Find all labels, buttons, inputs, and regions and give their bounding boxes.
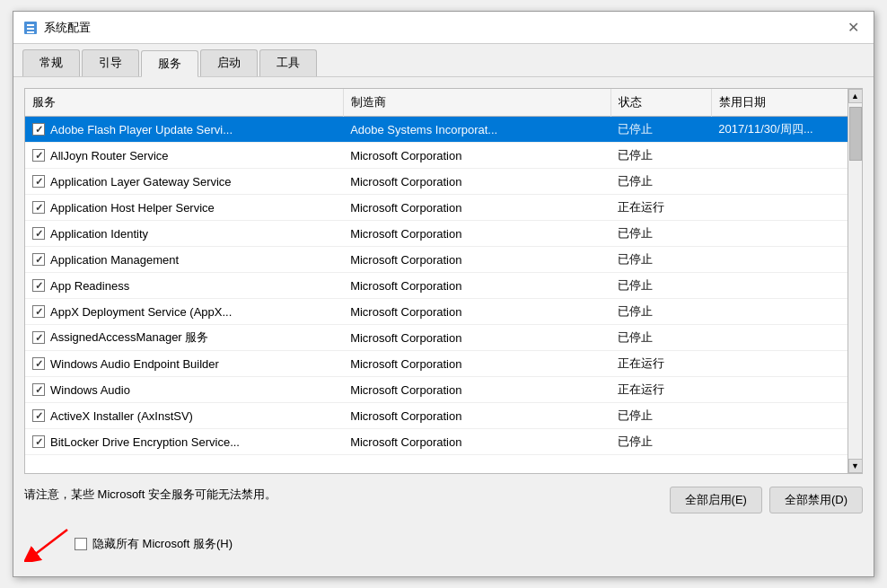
col-header-status[interactable]: 状态 [610,89,711,117]
svg-line-4 [30,530,67,558]
status-cell: 已停止 [610,325,711,351]
service-cell: Adobe Flash Player Update Servi... [25,117,343,143]
tab-tools[interactable]: 工具 [259,49,317,76]
tab-general[interactable]: 常规 [22,49,80,76]
scroll-thumb[interactable] [849,107,862,161]
service-name: Application Layer Gateway Service [50,175,232,189]
window-title: 系统配置 [44,20,91,36]
table-row[interactable]: Windows AudioMicrosoft Corporation正在运行 [25,377,862,403]
table-row[interactable]: Windows Audio Endpoint BuilderMicrosoft … [25,351,862,377]
tab-services[interactable]: 服务 [141,50,198,77]
service-cell: Application Layer Gateway Service [25,169,343,195]
table-header-row: 服务 制造商 状态 禁用日期 [25,89,862,117]
services-table-body: Adobe Flash Player Update Servi...Adobe … [25,117,862,455]
service-checkbox[interactable] [32,175,45,188]
app-icon [22,20,39,36]
scroll-track[interactable] [848,103,862,459]
table-row[interactable]: Application IdentityMicrosoft Corporatio… [25,221,862,247]
svg-rect-3 [27,31,34,33]
col-header-service[interactable]: 服务 [25,89,343,117]
status-cell: 已停止 [610,221,711,247]
disabled-date-cell [711,195,862,221]
disabled-date-cell [711,403,862,429]
disabled-date-cell [711,299,862,325]
service-name: App Readiness [50,279,129,293]
service-checkbox[interactable] [32,253,45,266]
vendor-cell: Microsoft Corporation [343,325,610,351]
service-cell: AllJoyn Router Service [25,143,343,169]
service-name: Windows Audio Endpoint Builder [50,357,219,371]
service-checkbox[interactable] [32,201,45,214]
status-cell: 正在运行 [610,377,711,403]
table-row[interactable]: AppX Deployment Service (AppX...Microsof… [25,299,862,325]
vertical-scrollbar[interactable]: ▲ ▼ [847,89,862,473]
scroll-down-button[interactable]: ▼ [848,459,863,473]
title-bar-left: 系统配置 [22,20,91,36]
status-cell: 已停止 [610,299,711,325]
table-row[interactable]: Application ManagementMicrosoft Corporat… [25,247,862,273]
vendor-cell: Microsoft Corporation [343,299,610,325]
service-checkbox[interactable] [32,357,45,370]
disabled-date-cell [711,169,862,195]
services-table-container: 服务 制造商 状态 禁用日期 Adobe Flash Player Update… [24,88,863,474]
service-checkbox[interactable] [32,409,45,422]
service-cell: Application Host Helper Service [25,195,343,221]
table-row[interactable]: ActiveX Installer (AxInstSV)Microsoft Co… [25,403,862,429]
service-cell: Windows Audio Endpoint Builder [25,351,343,377]
table-row[interactable]: App ReadinessMicrosoft Corporation已停止 [25,273,862,299]
disabled-date-cell [711,325,862,351]
status-cell: 已停止 [610,403,711,429]
service-name: AllJoyn Router Service [50,149,169,162]
col-header-vendor[interactable]: 制造商 [343,89,610,117]
enable-all-button[interactable]: 全部启用(E) [670,487,762,513]
service-name: Application Management [50,253,179,267]
service-checkbox[interactable] [32,305,45,318]
table-row[interactable]: Adobe Flash Player Update Servi...Adobe … [25,117,862,143]
service-cell: AppX Deployment Service (AppX... [25,299,343,325]
service-cell: Application Identity [25,221,343,247]
vendor-cell: Microsoft Corporation [343,195,610,221]
table-row[interactable]: Application Host Helper ServiceMicrosoft… [25,195,862,221]
disable-all-button[interactable]: 全部禁用(D) [769,487,863,513]
footer-bottom: 隐藏所有 Microsoft 服务(H) [24,522,863,566]
service-name: AppX Deployment Service (AppX... [50,305,232,319]
disabled-date-cell [711,247,862,273]
service-cell: Windows Audio [25,377,343,403]
content-area: 服务 制造商 状态 禁用日期 Adobe Flash Player Update… [13,77,874,576]
service-name: ActiveX Installer (AxInstSV) [50,409,193,423]
service-checkbox[interactable] [32,435,45,448]
col-header-disabled-date[interactable]: 禁用日期 [711,89,862,117]
service-checkbox[interactable] [32,123,45,136]
service-checkbox[interactable] [32,227,45,240]
tab-startup[interactable]: 启动 [200,49,258,76]
vendor-cell: Microsoft Corporation [343,247,610,273]
disabled-date-cell [711,429,862,455]
vendor-cell: Microsoft Corporation [343,351,610,377]
disabled-date-cell [711,221,862,247]
title-bar: 系统配置 ✕ [13,12,874,44]
hide-ms-checkbox[interactable] [75,538,87,550]
red-arrow-icon [24,526,69,562]
services-table: 服务 制造商 状态 禁用日期 Adobe Flash Player Update… [25,89,862,455]
service-checkbox[interactable] [32,383,45,396]
service-checkbox[interactable] [32,279,45,292]
disabled-date-cell [711,351,862,377]
disabled-date-cell: 2017/11/30/周四... [711,117,862,143]
service-name: Adobe Flash Player Update Servi... [50,123,233,136]
svg-rect-2 [27,28,34,30]
table-row[interactable]: AllJoyn Router ServiceMicrosoft Corporat… [25,143,862,169]
disabled-date-cell [711,143,862,169]
table-row[interactable]: Application Layer Gateway ServiceMicroso… [25,169,862,195]
service-checkbox[interactable] [32,331,45,344]
service-name: AssignedAccessManager 服务 [50,329,208,346]
service-checkbox[interactable] [32,149,45,162]
tab-boot[interactable]: 引导 [82,49,139,76]
close-button[interactable]: ✕ [842,17,865,38]
service-name: Application Identity [50,227,148,241]
scroll-up-button[interactable]: ▲ [848,89,863,103]
service-cell: App Readiness [25,273,343,299]
table-row[interactable]: BitLocker Drive Encryption Service...Mic… [25,429,862,455]
table-row[interactable]: AssignedAccessManager 服务Microsoft Corpor… [25,325,862,351]
status-cell: 已停止 [610,117,711,143]
tab-bar: 常规 引导 服务 启动 工具 [13,44,874,77]
